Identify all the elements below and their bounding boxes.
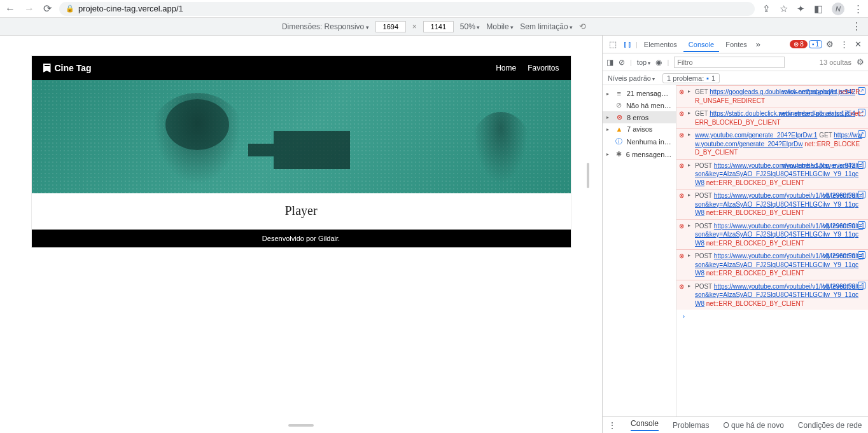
- close-devtools-icon[interactable]: ✕: [852, 39, 864, 49]
- tab-sources[interactable]: Fontes: [720, 37, 752, 52]
- nav-arrows: ← → ⟳: [5, 3, 52, 15]
- console-toolbar: ◨ ⊘ | top ◉ | 13 ocultas ⚙: [603, 53, 868, 71]
- forward-button[interactable]: →: [24, 3, 34, 15]
- sidebar-toggle-icon[interactable]: ◨: [606, 58, 613, 67]
- live-expression-icon[interactable]: ◉: [655, 58, 662, 67]
- viewport-height-input[interactable]: [423, 21, 454, 32]
- sidebar-row[interactable]: ▸▲7 avisos: [603, 123, 676, 135]
- drawer-console[interactable]: Console: [631, 419, 659, 431]
- page-title: Player: [32, 193, 571, 230]
- site-footer: Desenvolvido por Gildair.: [32, 230, 571, 247]
- devtools-drawer: ⋮ Console Problemas O que há de novo Con…: [603, 416, 868, 433]
- inspect-icon[interactable]: ⬚: [606, 39, 619, 49]
- log-entry[interactable]: ⊗▸POST https://www.youtube.com/youtubei/…: [676, 159, 868, 189]
- profile-avatar[interactable]: N: [832, 3, 844, 15]
- extension-icon: ↗: [858, 251, 865, 259]
- scaled-page: Cine Tag Home Favoritos Player Desenvolv…: [32, 56, 571, 247]
- dim-separator: ×: [412, 22, 417, 31]
- devtools-menu-icon[interactable]: ⋮: [837, 39, 851, 49]
- extension-icon: ↗: [858, 109, 865, 116]
- resize-handle-right[interactable]: [587, 163, 589, 188]
- sidebar-row[interactable]: ⊘Não há mens…: [603, 99, 676, 111]
- error-badge[interactable]: ⊗ 8: [790, 40, 808, 48]
- viewport-width-input[interactable]: [375, 21, 406, 32]
- site-logo[interactable]: Cine Tag: [43, 63, 92, 73]
- bookmark-icon[interactable]: ☆: [780, 3, 788, 15]
- more-tabs-icon[interactable]: »: [753, 39, 763, 49]
- chrome-menu-icon[interactable]: ⋮: [853, 3, 863, 15]
- sidebar-row[interactable]: ▸≡21 mensagens: [603, 88, 676, 99]
- drawer-problems[interactable]: Problemas: [673, 421, 709, 430]
- extension-icon: ↗: [858, 161, 865, 168]
- log-entry[interactable]: ⊗▸POST https://www.youtube.com/youtubei/…: [676, 249, 868, 280]
- address-bar[interactable]: 🔒 projeto-cine-tag.vercel.app/1: [59, 2, 755, 16]
- hidden-count: 13 ocultas: [820, 58, 851, 66]
- extensions-icon[interactable]: ✦: [797, 3, 805, 15]
- sidebar-row[interactable]: ▸⊗8 erros: [603, 111, 676, 123]
- console-log: ⊗▸GET https://googleads.g.doubleclick.ne…: [676, 85, 868, 416]
- resize-handle-bottom[interactable]: [288, 424, 314, 427]
- back-button[interactable]: ←: [5, 3, 15, 15]
- nav-home[interactable]: Home: [496, 64, 516, 72]
- banner-image: [32, 80, 571, 193]
- tab-console[interactable]: Console: [683, 37, 719, 52]
- sidebar-row[interactable]: ⓘNenhuma inf…: [603, 135, 676, 148]
- clear-console-icon[interactable]: ⊘: [619, 58, 625, 67]
- devtools-panel: ⬚ ⫿⫿ | Elementos Console Fontes » ⊗ 8 ▪ …: [602, 36, 868, 433]
- levels-dropdown[interactable]: Níveis padrão: [608, 74, 655, 82]
- device-toolbar: Dimensões: Responsivo × 50% Mobile Sem l…: [0, 18, 868, 36]
- nav-favoritos[interactable]: Favoritos: [528, 64, 559, 72]
- info-badge[interactable]: ▪ 1: [809, 40, 822, 48]
- browser-toolbar: ← → ⟳ 🔒 projeto-cine-tag.vercel.app/1 ⇪ …: [0, 0, 868, 18]
- log-entry[interactable]: ⊗▸GET https://static.doubleclick.net/ins…: [676, 107, 868, 128]
- console-settings-icon[interactable]: ⚙: [857, 57, 864, 67]
- log-entry[interactable]: ⊗▸POST https://www.youtube.com/youtubei/…: [676, 219, 868, 250]
- url-text: projeto-cine-tag.vercel.app/1: [78, 4, 183, 13]
- site-header: Cine Tag Home Favoritos: [32, 56, 571, 80]
- side-panel-icon[interactable]: ◧: [814, 3, 823, 15]
- console-levels: Níveis padrão 1 problema: ▪ 1: [603, 71, 868, 85]
- no-throttle-dropdown[interactable]: Sem limitação: [520, 22, 573, 31]
- device-more-icon[interactable]: ⋮: [851, 20, 862, 32]
- console-sidebar: ▸≡21 mensagens⊘Não há mens…▸⊗8 erros▸▲7 …: [603, 85, 676, 416]
- log-entry[interactable]: ⊗▸GET https://googleads.g.doubleclick.ne…: [676, 85, 868, 107]
- throttle-dropdown[interactable]: Mobile: [486, 22, 514, 31]
- log-entry[interactable]: ⊗▸POST https://www.youtube.com/youtubei/…: [676, 189, 868, 219]
- rotate-icon[interactable]: ⟲: [579, 22, 586, 31]
- toolbar-right: ⇪ ☆ ✦ ◧ N ⋮: [762, 3, 863, 15]
- settings-icon[interactable]: ⚙: [823, 39, 836, 49]
- console-body: ▸≡21 mensagens⊘Não há mens…▸⊗8 erros▸▲7 …: [603, 85, 868, 416]
- filter-input[interactable]: [674, 57, 785, 68]
- devtools-tabs: ⬚ ⫿⫿ | Elementos Console Fontes » ⊗ 8 ▪ …: [603, 36, 868, 53]
- reload-button[interactable]: ⟳: [43, 3, 52, 15]
- extension-icon: ↗: [858, 87, 865, 95]
- extension-icon: ↗: [858, 130, 865, 138]
- log-entry[interactable]: ⊗▸www.youtube.com/generate_204?EIprDw:1 …: [676, 128, 868, 159]
- device-viewport: Cine Tag Home Favoritos Player Desenvolv…: [0, 36, 602, 433]
- brand-text: Cine Tag: [55, 63, 92, 73]
- dimensions-dropdown[interactable]: Dimensões: Responsivo: [282, 22, 369, 31]
- bookmark-icon: [43, 64, 51, 72]
- share-icon[interactable]: ⇪: [762, 3, 771, 15]
- drawer-menu-icon[interactable]: ⋮: [608, 420, 617, 430]
- log-entry[interactable]: ⊗▸POST https://www.youtube.com/youtubei/…: [676, 280, 868, 310]
- extension-icon: ↗: [858, 282, 865, 289]
- extension-icon: ↗: [858, 191, 865, 198]
- context-dropdown[interactable]: top: [637, 58, 651, 66]
- tab-elements[interactable]: Elementos: [639, 37, 682, 52]
- drawer-whatsnew[interactable]: O que há de novo: [723, 421, 783, 430]
- sidebar-row[interactable]: ▸✱6 mensagens…: [603, 148, 676, 160]
- device-mode-icon[interactable]: ⫿⫿: [620, 39, 634, 49]
- console-prompt[interactable]: ›: [676, 310, 868, 324]
- zoom-dropdown[interactable]: 50%: [460, 22, 480, 31]
- lock-icon: 🔒: [66, 4, 74, 13]
- site-nav: Home Favoritos: [496, 64, 559, 72]
- drawer-conditions[interactable]: Condições de rede: [798, 421, 862, 430]
- extension-icon: ↗: [858, 221, 865, 229]
- issues-badge[interactable]: 1 problema: ▪ 1: [662, 73, 720, 83]
